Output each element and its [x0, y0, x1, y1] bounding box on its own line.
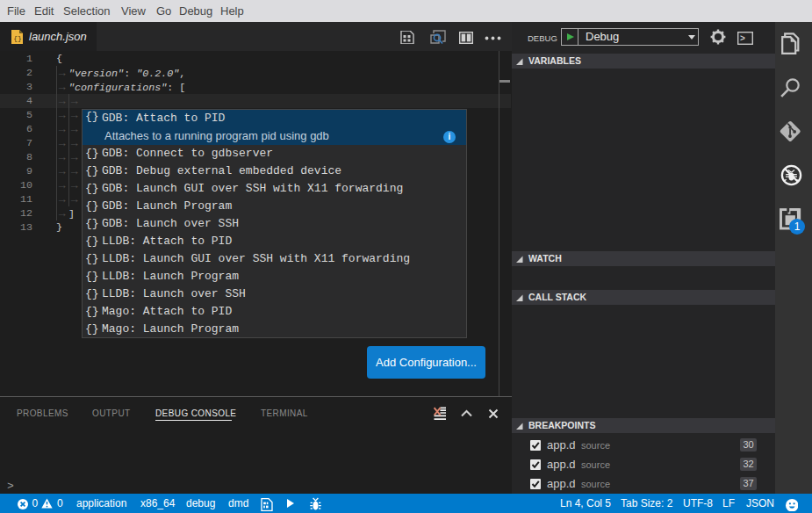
svg-text:{}: {}: [13, 34, 22, 42]
svg-text:>: >: [740, 33, 745, 43]
